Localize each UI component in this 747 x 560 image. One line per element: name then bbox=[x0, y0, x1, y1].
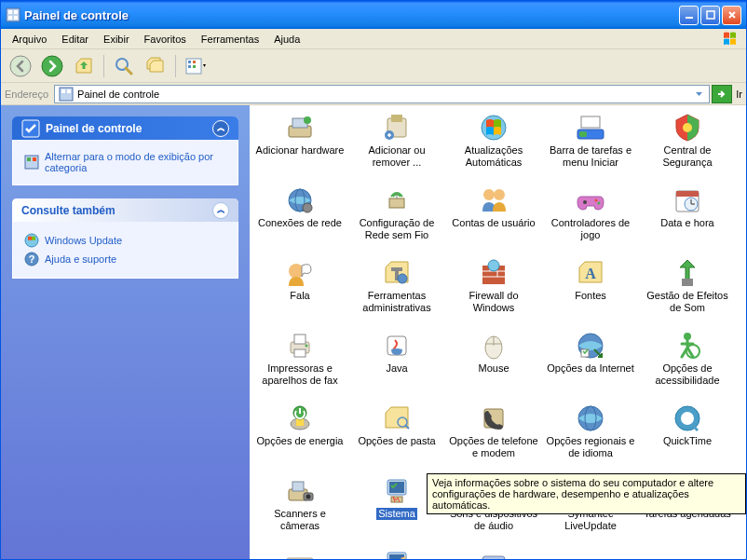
cp-item-mouse[interactable]: Mouse bbox=[447, 329, 540, 398]
cp-item-autoupdate[interactable]: Atualizações Automáticas bbox=[447, 111, 540, 180]
svg-rect-4 bbox=[14, 16, 18, 20]
panel-body: Alternar para o modo de exibição por cat… bbox=[12, 140, 238, 185]
minimize-button[interactable] bbox=[679, 6, 699, 25]
system-icon bbox=[382, 476, 412, 506]
cp-item-addremove[interactable]: Adicionar ou remover ... bbox=[350, 111, 443, 180]
go-label: Ir bbox=[736, 89, 742, 100]
cp-item-gamectrl[interactable]: Controladores de jogo bbox=[544, 184, 637, 253]
cp-item-access[interactable]: Opções de acessibilidade bbox=[641, 329, 734, 398]
menu-editar[interactable]: Editar bbox=[54, 32, 96, 47]
cp-item-label: Opções regionais e de idioma bbox=[546, 435, 635, 459]
svg-rect-64 bbox=[682, 279, 693, 286]
menu-ajuda[interactable]: Ajuda bbox=[266, 32, 307, 47]
help-support-link[interactable]: ? Ajuda e suporte bbox=[24, 250, 226, 268]
link-label: Alternar para o modo de exibição por cat… bbox=[45, 151, 226, 173]
cp-item-speech[interactable]: Fala bbox=[253, 256, 346, 325]
cp-item-label: Opções de telefone e modem bbox=[449, 435, 538, 459]
control-panel-icon bbox=[59, 87, 74, 102]
cp-item-datetime[interactable]: Data e hora bbox=[641, 184, 734, 253]
cp-item-folder[interactable]: Opções de pasta bbox=[350, 402, 443, 471]
menu-favoritos[interactable]: Favoritos bbox=[137, 32, 194, 47]
folders-button[interactable] bbox=[142, 52, 170, 80]
svg-point-62 bbox=[488, 260, 499, 271]
cp-item-label: Ferramentas administrativas bbox=[352, 290, 441, 314]
cp-item-firewall[interactable]: Firewall do Windows bbox=[447, 256, 540, 325]
up-button[interactable] bbox=[70, 52, 98, 80]
address-label: Endereço bbox=[5, 89, 48, 100]
cp-item-label: Mouse bbox=[478, 362, 509, 375]
toolbar-separator bbox=[175, 55, 176, 77]
cp-item-video[interactable]: Vídeo bbox=[350, 547, 443, 559]
main-view[interactable]: Adicionar hardwareAdicionar ou remover .… bbox=[250, 105, 746, 559]
back-button[interactable] bbox=[7, 52, 34, 80]
soundfx-icon bbox=[672, 258, 702, 288]
cp-item-fonts[interactable]: AFontes bbox=[544, 256, 637, 325]
address-field[interactable]: Painel de controle bbox=[54, 85, 710, 103]
svg-point-47 bbox=[598, 202, 601, 205]
svg-rect-16 bbox=[193, 65, 196, 68]
svg-point-37 bbox=[683, 123, 692, 132]
menu-exibir[interactable]: Exibir bbox=[96, 32, 137, 47]
hardware-icon bbox=[285, 113, 315, 143]
cp-item-scanner[interactable]: Scanners e câmeras bbox=[253, 474, 346, 543]
address-value: Painel de controle bbox=[77, 89, 159, 100]
panel-header[interactable]: Painel de controle ︽ bbox=[12, 116, 238, 140]
cp-item-hardware[interactable]: Adicionar hardware bbox=[253, 111, 346, 180]
windows-flag-icon bbox=[722, 31, 742, 48]
close-button[interactable] bbox=[722, 6, 741, 25]
cp-item-printers[interactable]: Impressoras e aparelhos de fax bbox=[253, 329, 346, 398]
svg-text:?: ? bbox=[29, 253, 35, 265]
toolbar-separator bbox=[103, 55, 104, 77]
cp-item-phone[interactable]: Opções de telefone e modem bbox=[447, 402, 540, 471]
svg-rect-55 bbox=[391, 267, 402, 271]
search-button[interactable] bbox=[110, 52, 138, 80]
cp-item-network[interactable]: Conexões de rede bbox=[253, 184, 346, 253]
dropdown-icon[interactable] bbox=[693, 88, 705, 100]
svg-point-44 bbox=[494, 189, 505, 200]
firewall-icon bbox=[479, 258, 509, 288]
cp-item-cardspace[interactable]: Windows CardSpace bbox=[447, 547, 540, 559]
svg-rect-49 bbox=[676, 191, 699, 197]
cp-item-power[interactable]: Opções de energia bbox=[253, 402, 346, 471]
maximize-button[interactable] bbox=[700, 6, 720, 25]
cp-item-label: Conexões de rede bbox=[258, 217, 342, 229]
windows-update-link[interactable]: Windows Update bbox=[24, 231, 226, 250]
cp-item-soundfx[interactable]: Gestão de Efeitos de Som bbox=[641, 256, 734, 325]
sidebar-panel-control: Painel de controle ︽ Alternar para o mod… bbox=[12, 116, 238, 185]
menu-arquivo[interactable]: Arquivo bbox=[5, 32, 54, 47]
cp-item-wireless[interactable]: Configuração de Rede sem Fio bbox=[350, 184, 443, 253]
region-icon bbox=[576, 403, 605, 433]
go-button[interactable] bbox=[712, 85, 732, 103]
cp-item-label: Sistema bbox=[376, 508, 417, 520]
cp-item-security[interactable]: Central de Segurança bbox=[641, 111, 734, 180]
cp-item-inetopt[interactable]: Opções da Internet bbox=[544, 329, 637, 398]
inetopt-icon bbox=[576, 331, 605, 361]
cp-item-label: Java bbox=[386, 362, 407, 375]
cp-item-label: Opções de energia bbox=[257, 435, 344, 447]
taskbar-icon bbox=[576, 113, 605, 143]
addremove-icon bbox=[382, 113, 412, 143]
forward-button[interactable] bbox=[38, 52, 66, 80]
quicktime-icon bbox=[672, 403, 702, 433]
cp-item-users[interactable]: Contas de usuário bbox=[447, 184, 540, 253]
cp-item-admintools[interactable]: Ferramentas administrativas bbox=[350, 256, 443, 325]
svg-rect-3 bbox=[8, 16, 12, 20]
svg-point-43 bbox=[483, 189, 495, 200]
switch-view-link[interactable]: Alternar para o modo de exibição por cat… bbox=[24, 149, 226, 175]
cp-item-label: Opções da Internet bbox=[547, 362, 634, 375]
svg-rect-14 bbox=[188, 65, 191, 68]
cp-item-quicktime[interactable]: QuickTime bbox=[641, 402, 734, 471]
cp-item-region[interactable]: Opções regionais e de idioma bbox=[544, 402, 637, 471]
panel-header[interactable]: Consulte também ︽ bbox=[12, 198, 238, 222]
svg-rect-66 bbox=[294, 335, 306, 344]
titlebar[interactable]: Painel de controle bbox=[1, 1, 746, 29]
cp-item-keyboard[interactable]: Teclado bbox=[253, 547, 346, 559]
views-button[interactable] bbox=[182, 52, 210, 80]
panel-title: Painel de controle bbox=[46, 122, 142, 135]
cp-item-taskbar[interactable]: Barra de tarefas e menu Iniciar bbox=[544, 111, 637, 180]
svg-point-29 bbox=[304, 116, 311, 124]
svg-point-8 bbox=[42, 56, 62, 76]
cp-item-java[interactable]: Java bbox=[350, 329, 443, 398]
menu-ferramentas[interactable]: Ferramentas bbox=[194, 32, 266, 47]
datetime-icon bbox=[672, 185, 702, 215]
